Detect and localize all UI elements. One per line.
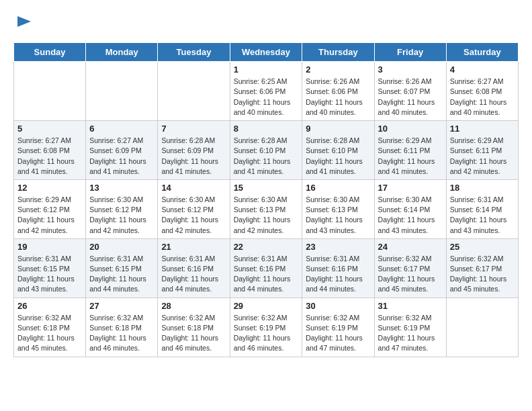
day-number: 31 xyxy=(378,301,443,311)
day-info: Sunrise: 6:28 AMSunset: 6:10 PMDaylight:… xyxy=(306,136,370,177)
calendar-cell: 17Sunrise: 6:30 AMSunset: 6:14 PMDayligh… xyxy=(374,179,446,238)
day-number: 6 xyxy=(89,124,154,134)
day-info: Sunrise: 6:29 AMSunset: 6:12 PMDaylight:… xyxy=(17,195,82,236)
day-number: 5 xyxy=(17,124,82,134)
day-number: 9 xyxy=(306,124,370,134)
calendar-cell: 30Sunrise: 6:32 AMSunset: 6:19 PMDayligh… xyxy=(302,298,374,357)
day-info: Sunrise: 6:32 AMSunset: 6:19 PMDaylight:… xyxy=(234,313,299,354)
calendar-cell: 22Sunrise: 6:31 AMSunset: 6:16 PMDayligh… xyxy=(230,238,302,298)
day-number: 8 xyxy=(234,124,299,134)
day-number: 13 xyxy=(89,183,154,193)
calendar-cell: 16Sunrise: 6:30 AMSunset: 6:13 PMDayligh… xyxy=(302,179,374,238)
calendar-cell: 24Sunrise: 6:32 AMSunset: 6:17 PMDayligh… xyxy=(374,238,446,298)
calendar-header-saturday: Saturday xyxy=(446,43,518,62)
day-number: 15 xyxy=(234,183,299,193)
calendar-cell: 6Sunrise: 6:27 AMSunset: 6:09 PMDaylight… xyxy=(86,121,158,180)
day-number: 12 xyxy=(17,183,82,193)
day-info: Sunrise: 6:31 AMSunset: 6:14 PMDaylight:… xyxy=(450,195,515,236)
calendar-cell: 18Sunrise: 6:31 AMSunset: 6:14 PMDayligh… xyxy=(446,179,518,238)
day-number: 18 xyxy=(450,183,515,193)
calendar-cell: 25Sunrise: 6:32 AMSunset: 6:17 PMDayligh… xyxy=(446,238,518,298)
day-info: Sunrise: 6:31 AMSunset: 6:16 PMDaylight:… xyxy=(306,254,370,295)
calendar-header-sunday: Sunday xyxy=(14,43,86,62)
calendar-cell xyxy=(446,298,518,357)
day-number: 27 xyxy=(89,301,154,311)
calendar-cell: 29Sunrise: 6:32 AMSunset: 6:19 PMDayligh… xyxy=(230,298,302,357)
calendar-week-row: 5Sunrise: 6:27 AMSunset: 6:08 PMDaylight… xyxy=(14,121,519,180)
day-info: Sunrise: 6:27 AMSunset: 6:08 PMDaylight:… xyxy=(450,77,515,118)
calendar-cell: 15Sunrise: 6:30 AMSunset: 6:13 PMDayligh… xyxy=(230,179,302,238)
day-info: Sunrise: 6:31 AMSunset: 6:16 PMDaylight:… xyxy=(234,254,299,295)
calendar-cell: 4Sunrise: 6:27 AMSunset: 6:08 PMDaylight… xyxy=(446,62,518,121)
day-info: Sunrise: 6:28 AMSunset: 6:10 PMDaylight:… xyxy=(234,136,299,177)
calendar-header-row: SundayMondayTuesdayWednesdayThursdayFrid… xyxy=(14,43,519,62)
day-info: Sunrise: 6:31 AMSunset: 6:16 PMDaylight:… xyxy=(161,254,226,295)
day-number: 10 xyxy=(378,124,443,134)
day-number: 26 xyxy=(17,301,82,311)
calendar-header-monday: Monday xyxy=(86,43,158,62)
day-info: Sunrise: 6:30 AMSunset: 6:12 PMDaylight:… xyxy=(89,195,154,236)
day-info: Sunrise: 6:32 AMSunset: 6:19 PMDaylight:… xyxy=(306,313,370,354)
calendar-header-tuesday: Tuesday xyxy=(158,43,230,62)
day-number: 2 xyxy=(306,64,370,75)
calendar-cell: 31Sunrise: 6:32 AMSunset: 6:19 PMDayligh… xyxy=(374,298,446,357)
day-number: 23 xyxy=(306,242,370,252)
calendar-header-friday: Friday xyxy=(374,43,446,62)
calendar-header-wednesday: Wednesday xyxy=(230,43,302,62)
calendar-cell: 26Sunrise: 6:32 AMSunset: 6:18 PMDayligh… xyxy=(14,298,86,357)
calendar-cell: 11Sunrise: 6:29 AMSunset: 6:11 PMDayligh… xyxy=(446,121,518,180)
calendar-cell: 12Sunrise: 6:29 AMSunset: 6:12 PMDayligh… xyxy=(14,179,86,238)
day-info: Sunrise: 6:29 AMSunset: 6:11 PMDaylight:… xyxy=(378,136,443,177)
day-info: Sunrise: 6:29 AMSunset: 6:11 PMDaylight:… xyxy=(450,136,515,177)
calendar-header-thursday: Thursday xyxy=(302,43,374,62)
calendar-cell xyxy=(14,62,86,121)
day-number: 19 xyxy=(17,242,82,252)
day-info: Sunrise: 6:30 AMSunset: 6:12 PMDaylight:… xyxy=(161,195,226,236)
logo-text xyxy=(13,13,34,36)
calendar-cell: 28Sunrise: 6:32 AMSunset: 6:18 PMDayligh… xyxy=(158,298,230,357)
day-info: Sunrise: 6:26 AMSunset: 6:06 PMDaylight:… xyxy=(306,77,370,118)
calendar-cell: 9Sunrise: 6:28 AMSunset: 6:10 PMDaylight… xyxy=(302,121,374,180)
day-info: Sunrise: 6:28 AMSunset: 6:09 PMDaylight:… xyxy=(161,136,226,177)
calendar-cell: 10Sunrise: 6:29 AMSunset: 6:11 PMDayligh… xyxy=(374,121,446,180)
calendar-week-row: 1Sunrise: 6:25 AMSunset: 6:06 PMDaylight… xyxy=(14,62,519,121)
day-info: Sunrise: 6:32 AMSunset: 6:19 PMDaylight:… xyxy=(378,313,443,354)
logo-flag-icon xyxy=(15,13,34,32)
calendar-cell: 1Sunrise: 6:25 AMSunset: 6:06 PMDaylight… xyxy=(230,62,302,121)
calendar-cell: 3Sunrise: 6:26 AMSunset: 6:07 PMDaylight… xyxy=(374,62,446,121)
day-info: Sunrise: 6:32 AMSunset: 6:18 PMDaylight:… xyxy=(161,313,226,354)
calendar-cell: 13Sunrise: 6:30 AMSunset: 6:12 PMDayligh… xyxy=(86,179,158,238)
day-number: 16 xyxy=(306,183,370,193)
svg-marker-0 xyxy=(17,16,31,27)
day-info: Sunrise: 6:30 AMSunset: 6:14 PMDaylight:… xyxy=(378,195,443,236)
day-number: 24 xyxy=(378,242,443,252)
day-info: Sunrise: 6:31 AMSunset: 6:15 PMDaylight:… xyxy=(17,254,82,295)
day-number: 22 xyxy=(234,242,299,252)
day-info: Sunrise: 6:25 AMSunset: 6:06 PMDaylight:… xyxy=(234,77,299,118)
day-number: 25 xyxy=(450,242,515,252)
day-number: 28 xyxy=(161,301,226,311)
calendar-cell: 23Sunrise: 6:31 AMSunset: 6:16 PMDayligh… xyxy=(302,238,374,298)
calendar-cell: 8Sunrise: 6:28 AMSunset: 6:10 PMDaylight… xyxy=(230,121,302,180)
day-number: 20 xyxy=(89,242,154,252)
day-number: 17 xyxy=(378,183,443,193)
day-info: Sunrise: 6:31 AMSunset: 6:15 PMDaylight:… xyxy=(89,254,154,295)
logo xyxy=(13,13,34,36)
calendar-week-row: 12Sunrise: 6:29 AMSunset: 6:12 PMDayligh… xyxy=(14,179,519,238)
day-info: Sunrise: 6:27 AMSunset: 6:09 PMDaylight:… xyxy=(89,136,154,177)
calendar-cell: 27Sunrise: 6:32 AMSunset: 6:18 PMDayligh… xyxy=(86,298,158,357)
calendar-cell: 20Sunrise: 6:31 AMSunset: 6:15 PMDayligh… xyxy=(86,238,158,298)
day-info: Sunrise: 6:32 AMSunset: 6:17 PMDaylight:… xyxy=(450,254,515,295)
calendar-cell: 19Sunrise: 6:31 AMSunset: 6:15 PMDayligh… xyxy=(14,238,86,298)
day-info: Sunrise: 6:32 AMSunset: 6:18 PMDaylight:… xyxy=(17,313,82,354)
calendar-week-row: 19Sunrise: 6:31 AMSunset: 6:15 PMDayligh… xyxy=(14,238,519,298)
day-info: Sunrise: 6:32 AMSunset: 6:17 PMDaylight:… xyxy=(378,254,443,295)
day-number: 29 xyxy=(234,301,299,311)
calendar-table: SundayMondayTuesdayWednesdayThursdayFrid… xyxy=(13,42,519,357)
day-number: 3 xyxy=(378,64,443,75)
calendar-week-row: 26Sunrise: 6:32 AMSunset: 6:18 PMDayligh… xyxy=(14,298,519,357)
calendar-cell: 5Sunrise: 6:27 AMSunset: 6:08 PMDaylight… xyxy=(14,121,86,180)
page-header xyxy=(13,13,519,36)
day-info: Sunrise: 6:30 AMSunset: 6:13 PMDaylight:… xyxy=(306,195,370,236)
day-info: Sunrise: 6:26 AMSunset: 6:07 PMDaylight:… xyxy=(378,77,443,118)
